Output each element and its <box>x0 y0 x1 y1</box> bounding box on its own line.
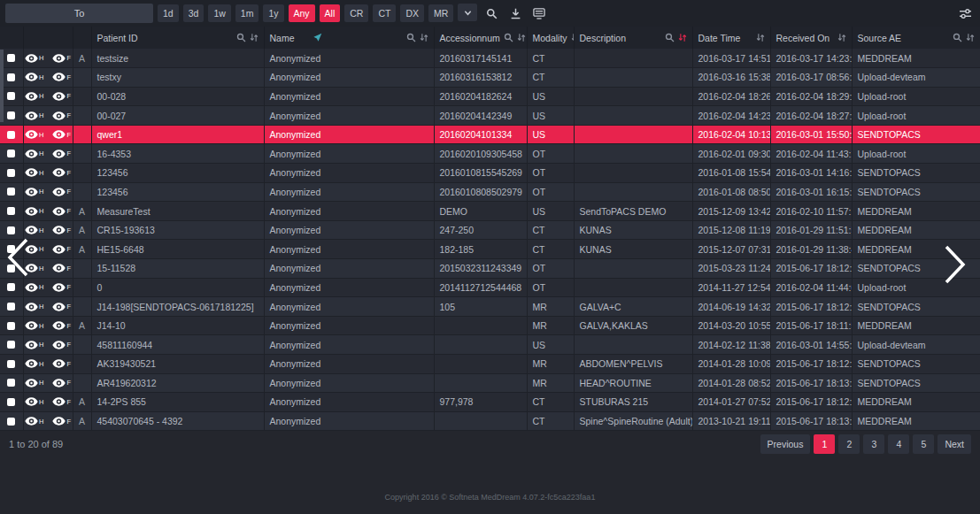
page-button-4[interactable]: 4 <box>888 434 909 454</box>
row-checkbox[interactable] <box>7 111 15 119</box>
search-icon[interactable] <box>953 33 962 42</box>
table-row[interactable]: HFA45403070645 - 4392AnonymizedCTSpine^S… <box>0 411 980 431</box>
row-checkbox[interactable] <box>7 73 15 81</box>
open-flash-viewer-button[interactable]: F <box>52 150 71 158</box>
open-flash-viewer-button[interactable]: F <box>52 54 71 63</box>
table-row[interactable]: HF00-028Anonymized20160204182624US2016-0… <box>0 87 980 106</box>
row-checkbox[interactable] <box>7 418 15 426</box>
table-row[interactable]: HFACR15-193613Anonymized247-250CTKUNAS20… <box>0 220 980 240</box>
sort-icon[interactable] <box>517 33 526 42</box>
modality-filter-all[interactable]: All <box>320 4 341 22</box>
sort-icon[interactable] <box>571 33 574 42</box>
column-header-received-on[interactable]: Received On <box>770 27 852 49</box>
page-button-3[interactable]: 3 <box>863 434 884 454</box>
row-checkbox[interactable] <box>7 131 15 139</box>
open-html-viewer-button[interactable]: H <box>25 54 43 63</box>
open-html-viewer-button[interactable]: H <box>25 321 43 330</box>
search-icon[interactable] <box>504 33 513 42</box>
open-flash-viewer-button[interactable]: F <box>52 130 71 139</box>
media-export-button[interactable] <box>529 4 549 23</box>
open-flash-viewer-button[interactable]: F <box>52 264 71 272</box>
open-flash-viewer-button[interactable]: F <box>52 207 71 216</box>
row-checkbox[interactable] <box>7 283 15 291</box>
table-row[interactable]: HF15-11528Anonymized2015032311243349OT20… <box>0 259 980 279</box>
range-filter-1w[interactable]: 1w <box>208 4 230 22</box>
range-filter-3d[interactable]: 3d <box>183 4 204 22</box>
open-html-viewer-button[interactable]: H <box>25 417 43 426</box>
table-row[interactable]: HF16-4353Anonymized2016020109305458OT201… <box>0 144 980 164</box>
page-button-2[interactable]: 2 <box>838 434 860 454</box>
row-checkbox[interactable] <box>7 54 15 62</box>
pin-icon[interactable] <box>313 33 322 42</box>
sort-icon[interactable] <box>420 33 428 42</box>
previous-page-chevron[interactable] <box>5 237 30 281</box>
row-checkbox[interactable] <box>7 188 15 196</box>
open-html-viewer-button[interactable]: H <box>25 207 43 216</box>
open-html-viewer-button[interactable]: H <box>25 130 43 139</box>
open-flash-viewer-button[interactable]: F <box>52 188 71 196</box>
range-filter-1d[interactable]: 1d <box>158 4 179 22</box>
modality-filter-ct[interactable]: CT <box>373 4 396 22</box>
open-flash-viewer-button[interactable]: F <box>52 321 71 330</box>
table-row[interactable]: HFAMeasureTestAnonymizedDEMOUSSendToPACS… <box>0 202 980 221</box>
range-filter-any[interactable]: Any <box>289 4 315 22</box>
modality-filter-cr[interactable]: CR <box>344 4 368 22</box>
column-header-description[interactable]: Description <box>574 27 692 49</box>
range-filter-1m[interactable]: 1m <box>235 4 259 22</box>
row-checkbox[interactable] <box>7 226 15 234</box>
sort-icon[interactable] <box>678 33 687 42</box>
table-row[interactable]: HF45811160944AnonymizedUS2014-02-12 11:3… <box>0 335 980 355</box>
open-flash-viewer-button[interactable]: F <box>52 73 71 81</box>
sort-icon[interactable] <box>250 33 259 42</box>
table-row[interactable]: HFqwer1Anonymized20160204101334US2016-02… <box>0 125 980 144</box>
row-checkbox[interactable] <box>7 341 15 349</box>
table-row[interactable]: HFA14-2PS 855Anonymized977,978CTSTUBURAS… <box>0 393 980 412</box>
more-modalities-dropdown[interactable] <box>458 4 477 21</box>
open-html-viewer-button[interactable]: H <box>25 73 43 81</box>
column-header-date-time[interactable]: Date Time <box>692 27 770 49</box>
next-page-chevron[interactable] <box>943 244 968 288</box>
table-row[interactable]: HFJ14-198[SENDTOPACS-0617181225]Anonymiz… <box>0 297 980 317</box>
open-html-viewer-button[interactable]: H <box>25 283 43 292</box>
open-html-viewer-button[interactable]: H <box>25 379 43 387</box>
table-row[interactable]: HFAR419620312AnonymizedMRHEAD^ROUTINE201… <box>0 373 980 393</box>
modality-filter-mr[interactable]: MR <box>428 4 453 22</box>
open-flash-viewer-button[interactable]: F <box>52 111 71 120</box>
table-row[interactable]: HFtestxyAnonymized20160316153812CT2016-0… <box>0 68 980 88</box>
open-flash-viewer-button[interactable]: F <box>52 341 71 349</box>
table-row[interactable]: HFAJ14-10AnonymizedMRGALVA,KAKLAS2014-03… <box>0 316 980 335</box>
search-icon[interactable] <box>406 33 416 42</box>
row-checkbox[interactable] <box>7 207 15 215</box>
open-flash-viewer-button[interactable]: F <box>52 397 71 406</box>
open-flash-viewer-button[interactable]: F <box>52 226 71 234</box>
open-flash-viewer-button[interactable]: F <box>52 303 71 311</box>
table-row[interactable]: HFAHE15-6648Anonymized182-185CTKUNAS2015… <box>0 240 980 259</box>
open-html-viewer-button[interactable]: H <box>25 397 43 406</box>
modality-filter-dx[interactable]: DX <box>400 4 424 22</box>
open-html-viewer-button[interactable]: H <box>25 150 43 158</box>
settings-button[interactable] <box>955 4 975 23</box>
table-row[interactable]: HFAtestsizeAnonymized20160317145141CT201… <box>0 49 980 68</box>
row-checkbox[interactable] <box>7 322 15 330</box>
next-page-button[interactable]: Next <box>938 434 971 454</box>
open-flash-viewer-button[interactable]: F <box>52 168 71 177</box>
open-flash-viewer-button[interactable]: F <box>52 245 71 254</box>
row-checkbox[interactable] <box>7 303 15 311</box>
row-checkbox[interactable] <box>7 150 15 157</box>
download-button[interactable] <box>505 4 525 23</box>
range-filter-1y[interactable]: 1y <box>263 4 283 22</box>
table-row[interactable]: HFAK319430521AnonymizedMRABDOMEN^PELVIS2… <box>0 355 980 374</box>
table-row[interactable]: HF00-027Anonymized20160204142349US2016-0… <box>0 106 980 126</box>
page-button-5[interactable]: 5 <box>913 434 934 454</box>
open-html-viewer-button[interactable]: H <box>25 92 43 101</box>
open-flash-viewer-button[interactable]: F <box>52 283 71 292</box>
open-flash-viewer-button[interactable]: F <box>52 359 71 368</box>
row-checkbox[interactable] <box>7 379 15 387</box>
row-checkbox[interactable] <box>7 360 15 368</box>
table-row[interactable]: HF0Anonymized2014112712544468OT2014-11-2… <box>0 278 980 297</box>
open-html-viewer-button[interactable]: H <box>25 168 43 177</box>
column-header-name[interactable]: Name <box>264 27 434 49</box>
row-checkbox[interactable] <box>7 169 15 177</box>
column-header-modality[interactable]: Modality <box>527 27 574 49</box>
row-checkbox[interactable] <box>7 92 15 100</box>
